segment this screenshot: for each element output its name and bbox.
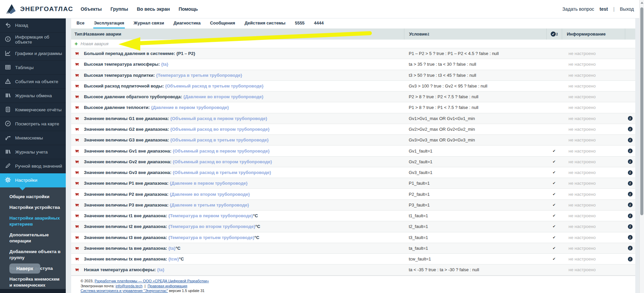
megaphone-icon[interactable] [75,267,80,272]
sidebar-item-info[interactable]: Информация об объекте [0,33,66,47]
alarm-condition[interactable]: P2_fault=1 [404,192,546,197]
megaphone-icon[interactable] [75,127,80,132]
info-icon[interactable]: i [628,138,633,142]
megaphone-icon[interactable] [75,192,80,197]
info-icon[interactable]: i [628,235,633,240]
table-row[interactable]: Значение величины Gv3 вне диапазона: {Об… [71,167,635,178]
alarm-condition[interactable]: Gv3_fault=1 [404,170,546,175]
alarm-name[interactable]: Значение величины tx вне диапазона: {tcw… [83,256,404,261]
alarm-condition[interactable]: t1_fault=1 [404,213,546,218]
megaphone-icon[interactable] [75,62,80,67]
megaphone-icon[interactable] [75,51,80,56]
table-row[interactable]: Значение величины P3 вне диапазона: {Дав… [71,200,635,211]
alarm-name[interactable]: Высокая температура атмосферы: {ta} [83,62,404,67]
megaphone-icon[interactable] [75,83,80,89]
new-alarm-row[interactable]: + Новая авария [71,40,635,48]
sidebar-item-accounting-journals[interactable]: Журналы учета [0,145,66,159]
scrollbar-thumb[interactable] [640,7,643,215]
megaphone-icon[interactable] [75,159,80,164]
table-row[interactable]: Значение величины Gv1 вне диапазона: {Об… [71,145,635,156]
back-to-top-button[interactable]: Наверх [9,263,40,274]
scrollbar-up-arrow[interactable] [640,0,644,5]
info-icon[interactable]: i [628,181,633,186]
megaphone-icon[interactable] [75,246,80,251]
tab-diagnostics[interactable]: Диагностика [173,18,201,28]
alarm-condition[interactable]: Gv2_fault=1 [404,159,546,164]
alarm-name[interactable]: Значение величины t1 вне диапазона: {Тем… [83,213,404,218]
alarm-condition[interactable]: Gv1_fault=1 [404,149,546,154]
alarm-condition[interactable]: Gv3 > 100 ? true : Gv2 < 95 ? false : nu… [404,83,546,89]
submenu-alarm-criteria-settings[interactable]: Настройки аварийных критериев [0,213,66,230]
megaphone-icon[interactable] [75,235,80,240]
info-icon[interactable]: i [628,246,633,250]
tab-operation[interactable]: Эксплуатация [93,18,125,28]
table-row[interactable]: Высокий расход подпиточной воды: {Объемн… [71,81,635,92]
tab-messages[interactable]: Сообщения [209,18,236,28]
sidebar-item-exchange-journals[interactable]: Журналы обмена [0,89,66,103]
info-icon[interactable]: i [628,224,633,229]
ask-question-link[interactable]: Задать вопрос [562,6,594,12]
alarm-name[interactable]: Высокое давление обратного трубопровода:… [83,94,404,99]
alarm-name[interactable]: Значение величины ta вне диапазона: {ta}… [83,246,404,251]
table-row[interactable]: Высокое давление обратного трубопровода:… [71,92,635,102]
nav-help[interactable]: Помощь [179,6,198,12]
alarm-condition[interactable]: P1 > 8 ? true : P1 < 7.5 ? false : null [404,105,546,110]
tab-4444[interactable]: 4444 [313,18,325,28]
tab-all[interactable]: Все [76,18,85,28]
alarm-condition[interactable]: P1 – P2 > 5 ? true : P1 – P2 < 4.5 ? fal… [404,51,546,56]
alarm-condition[interactable]: P3_fault=1 [404,202,546,208]
info-icon[interactable]: i [628,149,633,153]
sidebar-item-charts[interactable]: Графики и диаграммы [0,47,66,61]
megaphone-icon[interactable] [75,73,80,78]
table-row[interactable]: Высокая температура атмосферы: {ta}ta > … [71,59,635,70]
sidebar-item-map[interactable]: Посмотреть на карте [0,117,66,131]
sidebar-item-settings[interactable]: Настройки [0,173,66,187]
megaphone-icon[interactable] [75,256,80,261]
table-row[interactable]: Значение величины P2 вне диапазона: {Дав… [71,189,635,199]
info-icon[interactable]: i [628,202,633,207]
alarm-name[interactable]: Значение величины Gv1 вне диапазона: {Об… [83,149,404,154]
table-row[interactable]: Значение величины t2 вне диапазона: {Тем… [71,221,635,232]
nav-objects[interactable]: Объекты [81,6,102,12]
alarm-name[interactable]: Высокое давление теплосети: {Давление в … [83,105,404,110]
table-row[interactable]: Значение величины G2 вне диапазона: {Объ… [71,124,635,135]
megaphone-icon[interactable] [75,94,80,99]
table-row[interactable]: Значение величины t3 вне диапазона: {Тем… [71,232,635,243]
megaphone-icon[interactable] [75,224,80,229]
alarm-condition[interactable]: Gv2>Gv2_max OR Gv2<Gv2_min [404,127,546,132]
alarm-name[interactable]: Значение величины G1 вне диапазона: {Объ… [83,116,404,121]
tab-connection-log[interactable]: Журнал связи [133,18,165,28]
sidebar-item-manual-input[interactable]: Ручной ввод значений [0,159,66,173]
megaphone-icon[interactable] [75,116,80,121]
alarm-condition[interactable]: ta < -35 ? true : ta > -30 ? false : nul… [404,267,546,272]
table-row[interactable]: Значение величины ta вне диапазона: {ta}… [71,243,635,254]
logout-link[interactable]: Выход [620,6,634,12]
table-row[interactable]: Высокое давление теплосети: {Давление в … [71,102,635,113]
alarm-name[interactable]: Значение величины t2 вне диапазона: {Тем… [83,224,404,229]
info-icon[interactable]: i [628,257,633,261]
alarm-name[interactable]: Значение величины t3 вне диапазона: {Тем… [83,235,404,240]
megaphone-icon[interactable] [75,202,80,208]
alarm-condition[interactable]: t3_fault=1 [404,235,546,240]
table-row[interactable]: Высокая температура подпитки: {Температу… [71,70,635,81]
email-link[interactable]: info@sreda.tech [115,284,142,288]
alarm-condition[interactable]: P1_fault=1 [404,181,546,186]
submenu-add-object-to-group[interactable]: Добавление объекта в группу [0,246,66,263]
table-row[interactable]: Значение величины P1 вне диапазона: {Дав… [71,178,635,189]
sidebar-item-mnemoschemes[interactable]: Мнемосхемы [0,131,66,145]
sidebar-item-tables[interactable]: Таблицы [0,61,66,75]
alarm-name[interactable]: Значение величины P1 вне диапазона: {Дав… [83,181,404,186]
sidebar-item-back[interactable]: Назад [0,18,66,33]
alarm-name[interactable]: Значение величины P2 вне диапазона: {Дав… [83,192,404,197]
alarm-condition[interactable]: tcw_fault=1 [404,256,546,261]
alarm-name[interactable]: Значение величины G2 вне диапазона: {Объ… [83,127,404,132]
table-row[interactable]: Большой перепад давления в системеме: {P… [71,48,635,59]
megaphone-icon[interactable] [75,181,80,186]
megaphone-icon[interactable] [75,137,80,142]
alarm-condition[interactable]: Gv1>Gv1_max OR Gv1<Gv1_min [404,116,546,121]
tab-system-actions[interactable]: Действия системы [244,18,286,28]
info-icon[interactable]: i [628,170,633,175]
alarm-condition[interactable]: t3 > 50 ? true : t3 < 45 ? false : null [404,73,546,78]
submenu-additional-operations[interactable]: Дополнительные операции [0,230,66,246]
info-icon[interactable]: i [628,116,633,121]
